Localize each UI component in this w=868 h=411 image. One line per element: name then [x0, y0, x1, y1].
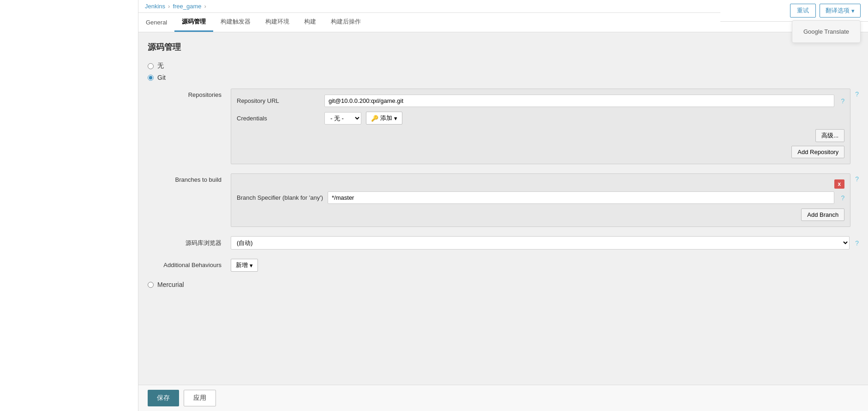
advanced-button[interactable]: 高级...: [815, 129, 844, 142]
key-icon: 🔑: [371, 115, 378, 122]
sidebar: [0, 0, 138, 401]
bottom-bar: 保存 应用: [138, 385, 868, 401]
branches-label: Branches to build: [148, 173, 221, 183]
branch-specifier-help-icon[interactable]: ?: [841, 194, 844, 202]
credentials-label: Credentials: [237, 115, 320, 122]
tab-source[interactable]: 源码管理: [174, 13, 213, 32]
radio-git-label: Git: [157, 74, 166, 81]
tab-general[interactable]: General: [138, 14, 174, 32]
apply-button[interactable]: 应用: [184, 390, 216, 401]
additional-behaviours-section: Additional Behaviours 新增 ▾: [148, 259, 859, 272]
source-browser-select[interactable]: (自动): [231, 236, 850, 250]
radio-mercurial[interactable]: [148, 282, 154, 288]
radio-none-item: 无: [148, 62, 859, 70]
repositories-section: Repositories Repository URL ? Credential…: [148, 89, 859, 164]
repo-url-label: Repository URL: [237, 97, 320, 104]
section-title: 源码管理: [148, 42, 859, 53]
add-new-area: 新增 ▾: [231, 259, 258, 272]
add-credential-button[interactable]: 🔑 添加 ▾: [366, 112, 402, 125]
credentials-row: Credentials - 无 - 🔑 添加 ▾: [237, 112, 844, 125]
repo-url-help-icon[interactable]: ?: [841, 97, 844, 105]
google-translate-text: Google Translate: [803, 28, 849, 35]
add-new-label: 新增: [236, 261, 248, 269]
repo-buttons-area: 高级...: [237, 129, 844, 146]
radio-none-label: 无: [157, 62, 164, 70]
save-button[interactable]: 保存: [148, 390, 179, 401]
breadcrumb-jenkins[interactable]: Jenkins: [145, 3, 165, 10]
radio-mercurial-label: Mercurial: [157, 281, 184, 288]
tab-env[interactable]: 构建环境: [258, 13, 297, 32]
repo-url-input[interactable]: [324, 95, 834, 107]
branches-body: x Branch Specifier (blank for 'any') ? A…: [231, 173, 850, 227]
radio-git-item: Git: [148, 74, 859, 81]
repositories-body: Repository URL ? Credentials - 无 - 🔑 添加 …: [231, 89, 850, 164]
tab-build[interactable]: 构建: [297, 13, 323, 32]
source-browser-help-icon[interactable]: ?: [855, 239, 859, 247]
tab-post[interactable]: 构建后操作: [323, 13, 368, 32]
branches-help-icon[interactable]: ?: [855, 175, 859, 183]
breadcrumb-sep-2: ›: [204, 3, 206, 10]
translate-label: 翻译选项: [826, 6, 850, 15]
tab-triggers[interactable]: 构建触发器: [213, 13, 258, 32]
add-branch-button[interactable]: Add Branch: [801, 208, 844, 221]
repositories-label: Repositories: [148, 89, 221, 98]
translate-options-button[interactable]: 翻译选项 ▾: [820, 4, 861, 18]
add-branch-area: Add Branch: [237, 208, 844, 221]
add-repo-area: Add Repository: [237, 146, 844, 158]
google-translate-dropdown: Google Translate: [792, 20, 861, 43]
x-row: x: [237, 179, 844, 189]
credentials-select[interactable]: - 无 -: [324, 112, 361, 125]
radio-mercurial-item: Mercurial: [148, 281, 859, 288]
chevron-down-icon: ▾: [851, 7, 855, 14]
add-repository-button[interactable]: Add Repository: [791, 146, 844, 158]
add-new-button[interactable]: 新增 ▾: [231, 259, 258, 272]
add-new-chevron-icon: ▾: [250, 262, 253, 269]
cred-dropdown-icon: ▾: [394, 115, 397, 122]
repo-url-row: Repository URL ?: [237, 95, 844, 107]
source-browser-label: 源码库浏览器: [148, 236, 221, 247]
breadcrumb-freegame[interactable]: free_game: [173, 3, 201, 10]
radio-git[interactable]: [148, 75, 154, 81]
add-cred-label: 添加: [380, 114, 392, 122]
branch-specifier-label: Branch Specifier (blank for 'any'): [237, 194, 323, 201]
branch-specifier-row: Branch Specifier (blank for 'any') ?: [237, 191, 844, 204]
remove-branch-button[interactable]: x: [834, 179, 845, 189]
breadcrumb-sep-1: ›: [168, 3, 170, 10]
radio-none[interactable]: [148, 63, 154, 69]
repositories-help-icon[interactable]: ?: [855, 90, 859, 98]
source-browser-section: 源码库浏览器 (自动) ?: [148, 236, 859, 250]
translate-bar: 重试 翻译选项 ▾: [720, 0, 868, 22]
branch-specifier-input[interactable]: [328, 191, 834, 204]
branches-section: Branches to build x Branch Specifier (bl…: [148, 173, 859, 227]
radio-group: 无 Git: [148, 62, 859, 81]
retry-button[interactable]: 重试: [790, 4, 816, 18]
additional-behaviours-label: Additional Behaviours: [148, 259, 221, 268]
